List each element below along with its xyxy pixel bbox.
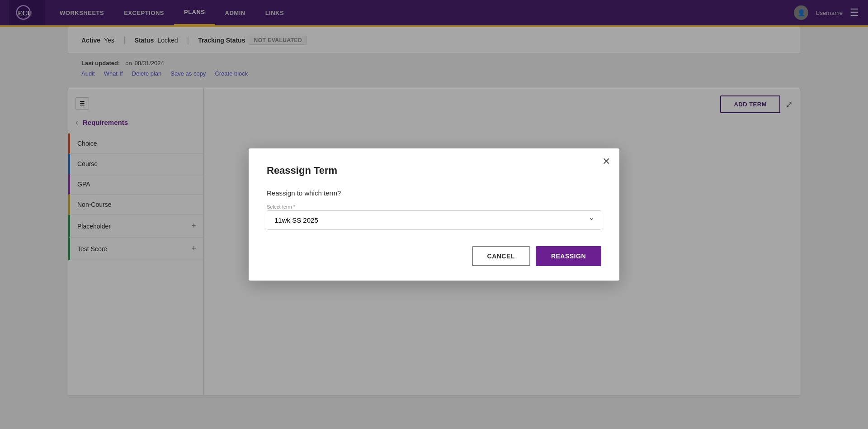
term-select[interactable]: 11wk SS 2025 Fall 2025 Spring 2025 Summe… [267, 210, 601, 230]
reassign-term-modal: Reassign Term ✕ Reassign to which term? … [249, 148, 619, 281]
select-label: Select term * [267, 204, 601, 210]
cancel-button[interactable]: CANCEL [472, 246, 530, 266]
select-wrapper: Select term * 11wk SS 2025 Fall 2025 Spr… [267, 204, 601, 230]
reassign-button[interactable]: REASSIGN [536, 246, 601, 266]
modal-overlay[interactable]: Reassign Term ✕ Reassign to which term? … [0, 0, 868, 429]
modal-title: Reassign Term [267, 165, 601, 176]
modal-question: Reassign to which term? [267, 189, 601, 197]
modal-close-button[interactable]: ✕ [602, 156, 610, 167]
modal-actions: CANCEL REASSIGN [267, 246, 601, 266]
